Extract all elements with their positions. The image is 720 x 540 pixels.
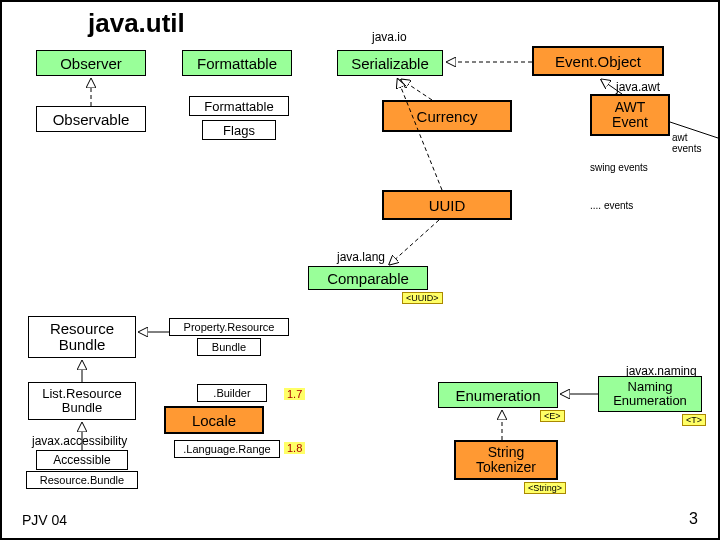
node-observable: Observable (36, 106, 146, 132)
node-enumeration: Enumeration (438, 382, 558, 408)
pkg-java-awt: java.awt (616, 80, 660, 94)
version-17: 1.7 (284, 388, 305, 400)
node-serializable: Serializable (337, 50, 443, 76)
node-flags: Flags (202, 120, 276, 140)
node-accessible: Accessible (36, 450, 128, 470)
node-list-resource-bundle: List.Resource Bundle (28, 382, 136, 420)
tag-e: <E> (540, 410, 565, 422)
pkg-java-lang: java.lang (337, 250, 385, 264)
svg-line-4 (398, 80, 442, 190)
svg-line-1 (402, 80, 432, 100)
node-formattable2: Formattable (189, 96, 289, 116)
node-awt-event: AWT Event (590, 94, 670, 136)
node-bundle: Bundle (197, 338, 261, 356)
node-builder: .Builder (197, 384, 267, 402)
node-language-range: .Language.Range (174, 440, 280, 458)
pkg-java-io: java.io (372, 30, 407, 44)
tag-uuid: <UUID> (402, 292, 443, 304)
slide: java.util java.io java.awt java.lang jav… (0, 0, 720, 540)
tag-t: <T> (682, 414, 706, 426)
node-string-tokenizer: String Tokenizer (454, 440, 558, 480)
node-uuid: UUID (382, 190, 512, 220)
tag-string: <String> (524, 482, 566, 494)
page-title: java.util (88, 8, 185, 39)
pkg-javax-accessibility: javax.accessibility (32, 434, 127, 448)
node-naming-enumeration: Naming Enumeration (598, 376, 702, 412)
node-observer: Observer (36, 50, 146, 76)
footer-left: PJV 04 (22, 512, 67, 528)
node-comparable: Comparable (308, 266, 428, 290)
svg-line-5 (390, 220, 439, 264)
version-18: 1.8 (284, 442, 305, 454)
node-resource-bundle: Resource Bundle (28, 316, 136, 358)
label-swing-events: swing events (590, 162, 648, 173)
node-currency: Currency (382, 100, 512, 132)
node-resource-bundle2: Resource.Bundle (26, 471, 138, 489)
footer-right: 3 (689, 510, 698, 528)
label-awt-events: awt events (672, 132, 718, 154)
node-formattable: Formattable (182, 50, 292, 76)
node-event-object: Event.Object (532, 46, 664, 76)
label-dot-events: .... events (590, 200, 633, 211)
node-locale: Locale (164, 406, 264, 434)
node-property-resource: Property.Resource (169, 318, 289, 336)
